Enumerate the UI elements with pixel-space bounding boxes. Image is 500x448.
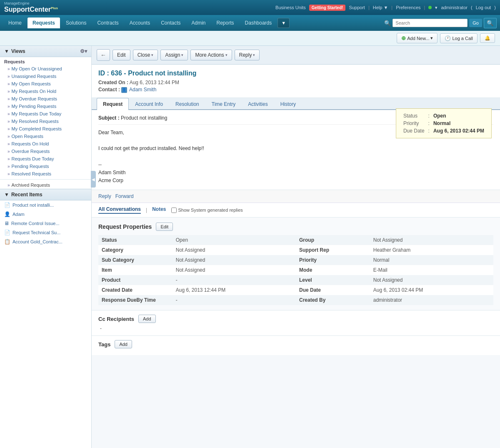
logo: ManageEngine SupportCenterPlus: [4, 2, 58, 13]
tab-resolution[interactable]: Resolution: [169, 98, 205, 110]
show-system-replies-checkbox[interactable]: [171, 208, 177, 213]
reply-label: Reply: [239, 52, 252, 58]
tags-title: Tags: [98, 341, 110, 348]
prop-value-level: Not Assigned: [370, 275, 493, 285]
tab-request[interactable]: Request: [97, 98, 129, 110]
sidebar-item-my-overdue[interactable]: »My Overdue Requests: [0, 95, 91, 103]
prop-value-category: Not Assigned: [172, 245, 296, 255]
sidebar-item-on-hold[interactable]: »Requests On Hold: [0, 140, 91, 148]
main-layout: ▼ Views ⚙▾ Requests »My Open Or Unassign…: [0, 46, 500, 448]
table-row: Item Not Assigned Mode E-Mail: [98, 265, 493, 275]
prop-value-subcategory: Not Assigned: [172, 255, 296, 265]
recent-item-1[interactable]: 👤Adam: [0, 210, 91, 219]
back-button[interactable]: ←: [97, 49, 110, 61]
nav-contracts[interactable]: Contracts: [92, 18, 123, 28]
top-bar: ManageEngine SupportCenterPlus Business …: [0, 0, 500, 15]
go-button[interactable]: Go: [469, 19, 482, 27]
recent-section-header[interactable]: ▼ Recent Items: [0, 189, 91, 200]
tab-time-entry[interactable]: Time Entry: [205, 98, 242, 110]
table-row: Created Date Aug 6, 2013 12:44 PM Due Da…: [98, 285, 493, 295]
logout-link[interactable]: Log out: [476, 5, 491, 10]
prop-label-category: Category: [98, 245, 172, 255]
sidebar-item-my-pending[interactable]: »My Pending Requests: [0, 103, 91, 110]
sidebar-item-my-resolved[interactable]: »My Resolved Requests: [0, 118, 91, 125]
content-area: ← Edit Close ▾ Assign ▾ More Actions ▾ R…: [92, 46, 500, 448]
preferences-link[interactable]: Preferences: [396, 5, 420, 10]
sidebar-item-my-on-hold[interactable]: »My Requests On Hold: [0, 88, 91, 95]
notification-button[interactable]: 🔔: [480, 33, 495, 43]
close-button[interactable]: Close ▾: [133, 50, 158, 60]
prop-label-created-by: Created By: [296, 295, 370, 305]
prop-value-product: -: [172, 275, 296, 285]
forward-link[interactable]: Forward: [115, 193, 134, 199]
assign-button[interactable]: Assign ▾: [160, 50, 188, 60]
prop-label-group: Group: [296, 235, 370, 245]
sidebar-item-archived[interactable]: »Archived Requests: [0, 181, 91, 189]
sidebar-divider: [0, 179, 91, 180]
cc-recipients-title: Cc Recipients: [98, 316, 134, 322]
sidebar-item-open[interactable]: »Open Requests: [0, 133, 91, 140]
edit-button[interactable]: Edit: [112, 50, 130, 60]
sidebar-item-my-open[interactable]: »My Open Requests: [0, 80, 91, 88]
ticket-title: ID : 636 - Product not installing: [98, 70, 493, 77]
sidebar-item-my-open-unassigned[interactable]: »My Open Or Unassigned: [0, 65, 91, 73]
prop-label-response-dueby: Response DueBy Time: [98, 295, 172, 305]
nav-requests[interactable]: Requests: [28, 18, 60, 28]
cc-add-button[interactable]: Add: [138, 315, 156, 323]
more-actions-button[interactable]: More Actions ▾: [190, 50, 232, 60]
assign-label: Assign: [165, 52, 180, 58]
nav-solutions[interactable]: Solutions: [61, 18, 91, 28]
contact-link[interactable]: Adam Smith: [129, 87, 156, 93]
sidebar-item-my-due-today[interactable]: »My Requests Due Today: [0, 110, 91, 118]
properties-edit-button[interactable]: Edit: [156, 223, 173, 231]
recent-item-3[interactable]: 📄Request Technical Su...: [0, 228, 91, 237]
tab-content: Subject : Product not installing Dear Te…: [92, 110, 500, 355]
tags-add-button[interactable]: Add: [115, 340, 132, 348]
views-section-header[interactable]: ▼ Views ⚙▾: [0, 46, 91, 57]
nav-more-dropdown[interactable]: ▼: [278, 18, 290, 28]
prop-value-status: Open: [172, 235, 296, 245]
sidebar-item-pending[interactable]: »Pending Requests: [0, 163, 91, 170]
nav-home[interactable]: Home: [3, 18, 27, 28]
prop-label-mode: Mode: [296, 265, 370, 275]
gear-icon[interactable]: ⚙▾: [80, 48, 87, 54]
recent-item-0[interactable]: 📄Product not installi...: [0, 200, 91, 210]
getting-started-button[interactable]: Getting Started!: [309, 5, 346, 11]
prop-value-support-rep: Heather Graham: [370, 245, 493, 255]
sidebar-item-overdue[interactable]: »Overdue Requests: [0, 148, 91, 155]
recent-item-4[interactable]: 📋Account Gold_Contrac...: [0, 237, 91, 246]
sidebar-item-my-completed[interactable]: »My Completed Requests: [0, 125, 91, 133]
advanced-search-button[interactable]: 🔍: [484, 18, 497, 28]
prop-label-level: Level: [296, 275, 370, 285]
recent-label: Recent Items: [11, 192, 42, 198]
nav-accounts[interactable]: Accounts: [125, 18, 155, 28]
add-new-button[interactable]: ⊕ Add New... ▾: [397, 33, 438, 43]
log-call-button[interactable]: 🕐 Log a Call: [440, 33, 478, 43]
tab-account-info[interactable]: Account Info: [129, 98, 169, 110]
sidebar-item-due-today[interactable]: »Requests Due Today: [0, 155, 91, 163]
tab-activities[interactable]: Activities: [242, 98, 274, 110]
nav-dashboards[interactable]: Dashboards: [240, 18, 277, 28]
sidebar-item-resolved[interactable]: »Resolved Requests: [0, 170, 91, 178]
recent-item-2[interactable]: 🖥Remote Control Issue...: [0, 219, 91, 228]
prop-label-priority: Priority: [296, 255, 370, 265]
support-link[interactable]: Support: [349, 5, 365, 10]
reply-button[interactable]: Reply ▾: [235, 50, 260, 60]
priority-value: Normal: [431, 120, 486, 127]
user-dropdown[interactable]: ▾: [435, 5, 438, 10]
nav-reports[interactable]: Reports: [212, 18, 239, 28]
nav-admin[interactable]: Admin: [187, 18, 211, 28]
nav-contacts[interactable]: Contacts: [156, 18, 185, 28]
user-name[interactable]: administrator: [441, 5, 468, 10]
help-link[interactable]: Help ▼: [373, 5, 388, 10]
ticket-toolbar: ← Edit Close ▾ Assign ▾ More Actions ▾ R…: [92, 46, 500, 65]
notes-tab[interactable]: Notes: [152, 206, 166, 214]
tab-history[interactable]: History: [274, 98, 302, 110]
sidebar-item-unassigned[interactable]: »Unassigned Requests: [0, 73, 91, 80]
reply-link[interactable]: Reply: [98, 193, 111, 199]
search-input[interactable]: [392, 19, 468, 27]
due-date-label: Due Date: [401, 127, 427, 135]
show-system-replies-checkbox-label[interactable]: Show System generated replies: [171, 208, 243, 213]
all-conversations-tab[interactable]: All Conversations: [98, 206, 141, 214]
sidebar-collapse-handle[interactable]: ◀: [91, 171, 96, 188]
